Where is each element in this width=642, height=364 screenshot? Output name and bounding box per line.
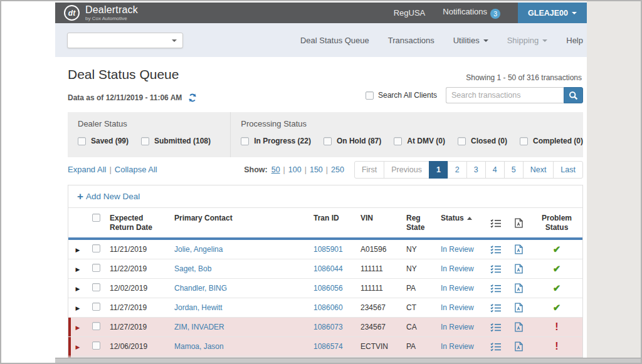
tran-id-link[interactable]: 1085901 (313, 245, 343, 254)
page-background-strip (587, 1, 642, 358)
closed-label[interactable]: Closed (0) (471, 137, 507, 145)
checklist-icon[interactable] (490, 264, 502, 274)
show-option-250[interactable]: 250 (331, 165, 344, 174)
row-checkbox[interactable] (92, 303, 100, 311)
app-window: dt Dealertrack by Cox Automotive RegUSA … (0, 0, 642, 364)
show-option-100[interactable]: 100 (288, 165, 302, 174)
checklist-icon[interactable] (490, 284, 502, 293)
tran-id-link[interactable]: 1086574 (313, 342, 343, 351)
separator: | (305, 165, 307, 174)
saved-checkbox[interactable] (78, 137, 86, 145)
nav-item-shipping[interactable]: Shipping (507, 36, 548, 45)
select-all-checkbox[interactable] (92, 214, 100, 222)
primary-contact-link[interactable]: Jordan, Hewitt (174, 303, 223, 312)
pdf-icon[interactable] (515, 322, 523, 332)
header-status-label: Status (441, 214, 464, 222)
horizontal-scrollbar[interactable] (55, 358, 642, 363)
status-link[interactable]: In Review (441, 284, 474, 293)
tran-id-link[interactable]: 1086060 (313, 303, 343, 312)
show-option-50[interactable]: 50 (271, 165, 280, 174)
status-link[interactable]: In Review (441, 342, 474, 351)
closed-checkbox[interactable] (458, 137, 466, 145)
page-1-button[interactable]: 1 (429, 161, 448, 179)
row-checkbox[interactable] (92, 283, 100, 291)
refresh-icon[interactable] (187, 93, 197, 103)
pdf-icon[interactable] (515, 341, 523, 351)
add-new-deal-button[interactable]: + Add New Deal (77, 191, 140, 202)
table-body: ▶ 11/21/2019 Jolie, Angelina 1085901 A01… (68, 240, 582, 358)
at-dmv-label[interactable]: At DMV (0) (407, 137, 445, 145)
table-row: ▶ 11/22/2019 Saget, Bob 1086044 111111 N… (68, 259, 582, 279)
pagination-previous-button[interactable]: Previous (384, 161, 429, 179)
tran-id-link[interactable]: 1086044 (313, 264, 343, 273)
tran-id-link[interactable]: 1086056 (313, 284, 343, 293)
status-link[interactable]: In Review (441, 264, 474, 273)
page-3-button[interactable]: 3 (466, 161, 486, 179)
tran-id-link[interactable]: 1086073 (313, 323, 343, 331)
primary-contact-link[interactable]: Saget, Bob (174, 264, 211, 273)
row-expander-icon[interactable]: ▶ (76, 286, 80, 292)
pdf-icon[interactable] (515, 244, 523, 254)
primary-contact-link[interactable]: Jolie, Angelina (174, 245, 223, 254)
row-checkbox[interactable] (92, 341, 100, 350)
in-progress-checkbox[interactable] (241, 137, 249, 145)
primary-contact-link[interactable]: Chandler, BING (174, 284, 227, 293)
collapse-all-link[interactable]: Collapse All (115, 165, 157, 174)
status-link[interactable]: In Review (441, 323, 474, 331)
brand-logo[interactable]: dt Dealertrack by Cox Automotive (55, 5, 138, 21)
row-expander-icon[interactable]: ▶ (76, 325, 80, 331)
status-link[interactable]: In Review (441, 245, 474, 254)
pdf-icon[interactable] (515, 283, 523, 293)
row-expander-icon[interactable]: ▶ (76, 305, 80, 311)
pdf-icon[interactable] (515, 264, 523, 274)
nav-item-utilities-label: Utilities (453, 36, 480, 45)
processing-status-title: Processing Status (241, 119, 583, 128)
primary-contact-link[interactable]: Mamoa, Jason (174, 342, 224, 351)
search-button[interactable] (564, 87, 583, 103)
nav-item-help[interactable]: Help (566, 36, 583, 45)
status-link[interactable]: In Review (441, 303, 474, 312)
primary-contact-link[interactable]: ZIM, INVADER (174, 323, 224, 331)
submitted-checkbox[interactable] (141, 137, 149, 145)
expand-all-link[interactable]: Expand All (68, 165, 106, 174)
nav-item-utilities[interactable]: Utilities (453, 36, 488, 45)
show-option-150[interactable]: 150 (310, 165, 323, 174)
row-expander-icon[interactable]: ▶ (76, 266, 80, 273)
page-4-button[interactable]: 4 (485, 161, 505, 179)
regusa-link[interactable]: RegUSA (394, 8, 426, 18)
checklist-icon[interactable] (490, 245, 502, 254)
completed-label[interactable]: Completed (0) (533, 137, 583, 145)
search-input[interactable] (446, 87, 564, 103)
completed-checkbox[interactable] (520, 137, 528, 145)
pagination-first-button[interactable]: First (354, 161, 384, 179)
header-status-sortable[interactable]: Status (436, 208, 486, 237)
on-hold-checkbox[interactable] (324, 137, 332, 145)
page-5-button[interactable]: 5 (504, 161, 524, 179)
pagination-last-button[interactable]: Last (553, 161, 583, 179)
at-dmv-checkbox[interactable] (394, 137, 402, 145)
submitted-label[interactable]: Submitted (108) (154, 137, 211, 145)
problem-ok-icon: ✔ (553, 244, 561, 254)
dealership-selector[interactable] (67, 33, 183, 48)
checklist-icon[interactable] (490, 342, 502, 351)
on-hold-label[interactable]: On Hold (87) (337, 137, 381, 145)
pdf-icon[interactable] (515, 303, 523, 313)
row-checkbox[interactable] (92, 322, 100, 330)
row-checkbox[interactable] (92, 264, 100, 272)
notifications-link[interactable]: Notifications3 (443, 7, 500, 19)
row-checkbox[interactable] (92, 244, 100, 252)
checklist-icon[interactable] (490, 323, 502, 332)
row-expander-icon[interactable]: ▶ (76, 247, 80, 253)
row-expander-icon[interactable]: ▶ (76, 344, 80, 350)
in-progress-label[interactable]: In Progress (22) (254, 137, 311, 145)
nav-item-deal-status-queue[interactable]: Deal Status Queue (300, 36, 369, 45)
saved-label[interactable]: Saved (99) (91, 137, 129, 145)
nav-item-transactions[interactable]: Transactions (388, 36, 434, 45)
user-menu[interactable]: GLEAJE00 (518, 3, 587, 23)
page-2-button[interactable]: 2 (448, 161, 467, 179)
checklist-icon[interactable] (490, 303, 502, 313)
search-all-clients-label[interactable]: Search All Clients (378, 91, 437, 100)
search-all-clients-checkbox[interactable] (366, 91, 374, 100)
pagination-next-button[interactable]: Next (523, 161, 554, 179)
problem-error-icon: ! (555, 341, 558, 351)
